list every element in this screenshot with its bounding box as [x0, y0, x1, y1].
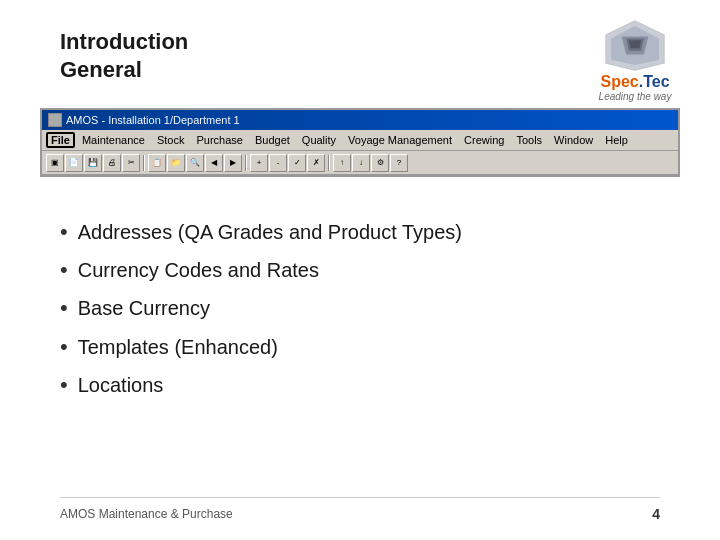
toolbar-btn-5[interactable]: ✂ — [122, 154, 140, 172]
menu-crewing[interactable]: Crewing — [459, 133, 509, 147]
toolbar-btn-8[interactable]: 🔍 — [186, 154, 204, 172]
bullet-list: • Addresses (QA Grades and Product Types… — [60, 220, 462, 411]
toolbar-btn-13[interactable]: ✓ — [288, 154, 306, 172]
logo-tagline: Leading the way — [599, 91, 672, 102]
toolbar-btn-6[interactable]: 📋 — [148, 154, 166, 172]
bullet-item-1: • Addresses (QA Grades and Product Types… — [60, 220, 462, 244]
bullet-text-1: Addresses (QA Grades and Product Types) — [78, 220, 462, 244]
toolbar-btn-7[interactable]: 📁 — [167, 154, 185, 172]
menu-stock[interactable]: Stock — [152, 133, 190, 147]
bullet-dot-2: • — [60, 258, 68, 282]
toolbar-btn-16[interactable]: ↓ — [352, 154, 370, 172]
bullet-text-2: Currency Codes and Rates — [78, 258, 319, 282]
footer-left: AMOS Maintenance & Purchase — [60, 507, 233, 521]
spectec-logo-text: Spec.Tec Leading the way — [599, 73, 672, 102]
menu-voyage-management[interactable]: Voyage Management — [343, 133, 457, 147]
logo-area: Spec.Tec Leading the way — [595, 18, 675, 102]
footer-page: 4 — [652, 506, 660, 522]
toolbar-btn-15[interactable]: ↑ — [333, 154, 351, 172]
bullet-item-5: • Locations — [60, 373, 462, 397]
toolbar-btn-2[interactable]: 📄 — [65, 154, 83, 172]
toolbar-btn-10[interactable]: ▶ — [224, 154, 242, 172]
amos-toolbar: ▣ 📄 💾 🖨 ✂ 📋 📁 🔍 ◀ ▶ + - ✓ ✗ ↑ ↓ ⚙ ? — [42, 151, 678, 175]
toolbar-btn-14[interactable]: ✗ — [307, 154, 325, 172]
toolbar-btn-1[interactable]: ▣ — [46, 154, 64, 172]
toolbar-btn-4[interactable]: 🖨 — [103, 154, 121, 172]
amos-window: AMOS - Installation 1/Department 1 File … — [40, 108, 680, 177]
toolbar-btn-18[interactable]: ? — [390, 154, 408, 172]
slide-header: Introduction General — [60, 28, 188, 83]
menu-tools[interactable]: Tools — [511, 133, 547, 147]
bullet-text-5: Locations — [78, 373, 164, 397]
toolbar-btn-17[interactable]: ⚙ — [371, 154, 389, 172]
toolbar-sep-1 — [143, 155, 145, 171]
slide-title: Introduction — [60, 28, 188, 57]
svg-marker-4 — [629, 40, 641, 48]
footer: AMOS Maintenance & Purchase 4 — [60, 497, 660, 522]
toolbar-sep-2 — [245, 155, 247, 171]
menu-purchase[interactable]: Purchase — [191, 133, 247, 147]
slide-subtitle: General — [60, 57, 188, 83]
bullet-text-3: Base Currency — [78, 296, 210, 320]
menu-budget[interactable]: Budget — [250, 133, 295, 147]
toolbar-btn-3[interactable]: 💾 — [84, 154, 102, 172]
amos-titlebar: AMOS - Installation 1/Department 1 — [42, 110, 678, 130]
toolbar-btn-11[interactable]: + — [250, 154, 268, 172]
bullet-item-2: • Currency Codes and Rates — [60, 258, 462, 282]
spectec-logo-graphic — [595, 18, 675, 73]
bullet-dot-1: • — [60, 220, 68, 244]
bullet-dot-5: • — [60, 373, 68, 397]
bullet-text-4: Templates (Enhanced) — [78, 335, 278, 359]
bullet-dot-3: • — [60, 296, 68, 320]
menu-help[interactable]: Help — [600, 133, 633, 147]
amos-app-icon — [48, 113, 62, 127]
toolbar-sep-3 — [328, 155, 330, 171]
bullet-item-4: • Templates (Enhanced) — [60, 335, 462, 359]
amos-menubar[interactable]: File Maintenance Stock Purchase Budget Q… — [42, 130, 678, 151]
menu-maintenance[interactable]: Maintenance — [77, 133, 150, 147]
toolbar-btn-12[interactable]: - — [269, 154, 287, 172]
menu-file[interactable]: File — [46, 132, 75, 148]
bullet-item-3: • Base Currency — [60, 296, 462, 320]
toolbar-btn-9[interactable]: ◀ — [205, 154, 223, 172]
amos-title: AMOS - Installation 1/Department 1 — [66, 114, 240, 126]
menu-window[interactable]: Window — [549, 133, 598, 147]
bullet-dot-4: • — [60, 335, 68, 359]
menu-quality[interactable]: Quality — [297, 133, 341, 147]
